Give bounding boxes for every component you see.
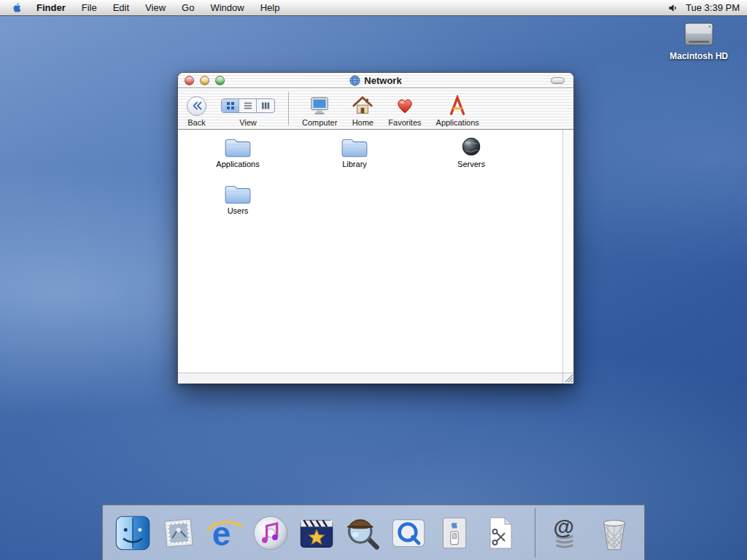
window-content: Applications Library Servers (178, 130, 573, 384)
dock-separator[interactable] (535, 508, 535, 558)
dock-clippings-document[interactable] (479, 510, 522, 556)
apple-logo-icon (12, 1, 23, 14)
dock-system-preferences[interactable] (433, 510, 476, 556)
menu-view[interactable]: View (137, 0, 174, 16)
imovie-icon (298, 514, 336, 552)
menu-go[interactable]: Go (174, 0, 202, 16)
window-controls (185, 76, 225, 85)
dock-mail[interactable] (158, 510, 200, 556)
home-icon (352, 95, 374, 117)
list-view-segment[interactable] (239, 99, 257, 112)
clippings-document-icon (483, 514, 518, 552)
resize-handle[interactable] (562, 373, 573, 384)
apple-menu[interactable] (7, 0, 26, 16)
favorites-heart-icon (395, 96, 415, 116)
dock-imovie[interactable] (295, 510, 338, 556)
icon-grid: Applications Library Servers (178, 130, 562, 373)
window-titlebar[interactable]: Network (178, 73, 573, 88)
dock-web-link[interactable]: @ (543, 510, 586, 556)
dock-trash[interactable] (593, 510, 635, 556)
servers-globe-icon (459, 136, 484, 159)
folder-users[interactable]: Users (179, 182, 296, 229)
applications-a-icon (446, 95, 468, 117)
icon-view-icon (226, 101, 235, 110)
folder-icon (224, 182, 252, 206)
menu-clock[interactable]: Tue 3:39 PM (686, 2, 741, 13)
menu-finder[interactable]: Finder (26, 0, 74, 16)
applications-shortcut[interactable]: Applications (429, 95, 487, 127)
back-label: Back (187, 118, 205, 127)
window-toolbar: Back (178, 88, 573, 130)
favorites-label: Favorites (388, 118, 421, 127)
item-label: Applications (216, 160, 259, 168)
system-preferences-icon (436, 514, 473, 552)
back-icon (187, 96, 206, 116)
folder-icon (224, 136, 252, 159)
minimize-button[interactable] (200, 76, 209, 85)
itunes-icon (252, 514, 290, 552)
folder-servers[interactable]: Servers (413, 136, 530, 182)
dock-sherlock[interactable] (341, 510, 384, 556)
finder-icon (114, 514, 152, 552)
web-link-spring-icon: @ (546, 514, 583, 552)
dock-itunes[interactable] (249, 510, 292, 556)
folder-library[interactable]: Library (296, 136, 413, 182)
vertical-scrollbar[interactable] (562, 130, 573, 373)
network-globe-icon (349, 75, 360, 86)
internet-explorer-icon: e (206, 514, 244, 552)
view-control: View (214, 95, 282, 127)
menu-edit[interactable]: Edit (105, 0, 137, 16)
desktop-icon-label: Macintosh HD (670, 51, 728, 61)
favorites-shortcut[interactable]: Favorites (381, 95, 428, 127)
dock-internet-explorer[interactable]: e (204, 510, 246, 556)
dock-right-section: @ (543, 510, 635, 556)
dock: e (102, 505, 645, 560)
column-view-segment[interactable] (257, 99, 274, 112)
finder-window: Network Back (177, 72, 574, 383)
home-shortcut[interactable]: Home (344, 95, 381, 127)
desktop-icon-macintosh-hd[interactable]: Macintosh HD (665, 20, 732, 61)
applications-label: Applications (436, 118, 479, 127)
menu-window[interactable]: Window (202, 0, 252, 16)
hard-drive-icon (681, 20, 716, 50)
dock-quicktime[interactable] (387, 510, 430, 556)
computer-icon (309, 95, 330, 117)
close-button[interactable] (185, 76, 194, 85)
computer-shortcut[interactable]: Computer (295, 95, 344, 127)
menu-file[interactable]: File (74, 0, 105, 16)
folder-icon (341, 136, 368, 159)
toolbar-separator (288, 92, 289, 125)
back-button[interactable]: Back (184, 95, 214, 127)
window-title: Network (364, 75, 401, 86)
mail-icon (160, 515, 197, 551)
item-label: Users (228, 206, 249, 215)
folder-applications[interactable]: Applications (179, 136, 296, 182)
trash-icon (595, 513, 633, 553)
window-bottom-bar (178, 373, 573, 384)
svg-text:@: @ (553, 516, 573, 539)
dock-finder[interactable] (112, 510, 154, 556)
column-view-icon (261, 101, 270, 110)
view-label: View (239, 118, 257, 127)
computer-label: Computer (302, 118, 337, 127)
quicktime-icon (390, 514, 427, 552)
menu-help[interactable]: Help (252, 0, 288, 16)
list-view-icon (244, 101, 252, 110)
item-label: Servers (457, 160, 485, 168)
volume-icon[interactable] (667, 3, 678, 13)
home-label: Home (352, 118, 374, 127)
item-label: Library (342, 160, 367, 168)
sherlock-icon (344, 514, 382, 552)
menu-bar: Finder File Edit View Go Window Help Tue… (0, 0, 747, 16)
icon-view-segment[interactable] (222, 99, 239, 112)
zoom-button[interactable] (215, 76, 225, 85)
toolbar-toggle-button[interactable] (551, 77, 565, 84)
